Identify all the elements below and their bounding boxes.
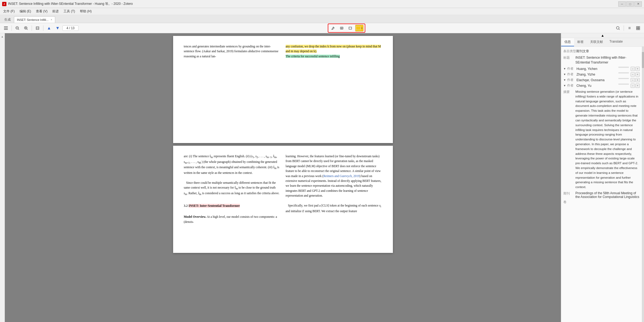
pdf-col-right-main: learning. However, the features learned … xyxy=(286,154,382,224)
right-scroll-thumb[interactable] xyxy=(642,52,644,68)
slider-track-2 xyxy=(618,78,629,79)
left-sidebar: ▲ xyxy=(0,33,5,322)
tab-related[interactable]: 关联文献 xyxy=(587,38,606,46)
pdf-para-1: are: (i) The sentence ŝm represents flue… xyxy=(184,154,280,175)
grid-view-button[interactable] xyxy=(634,25,642,32)
info-row-volume: 卷 xyxy=(563,200,640,204)
pdf-viewer[interactable]: tences and generates intermediate senten… xyxy=(5,33,561,322)
author-expand-0[interactable]: ▼ xyxy=(563,67,566,70)
sidebar-scroll-up[interactable]: ▲ xyxy=(0,34,5,39)
svg-rect-0 xyxy=(4,27,8,27)
author-row-1: ▼ 作者 Zhang, Yizhe − + xyxy=(563,72,640,77)
author-name-3: Cheng, Yu xyxy=(576,84,618,88)
separator-3 xyxy=(43,25,43,31)
type-value: 期刊文章 xyxy=(576,49,640,54)
search-button[interactable] xyxy=(614,25,622,32)
author-plus-1[interactable]: + xyxy=(635,72,640,77)
color-picker-button[interactable]: ▾ xyxy=(355,25,364,32)
author-minus-2[interactable]: − xyxy=(631,78,635,82)
pdf-text-right-yellow: any confusion, we drop the index k from … xyxy=(286,44,382,54)
rect-tool-button[interactable] xyxy=(347,25,354,32)
pdf-text-left-top: tences and generates intermediate senten… xyxy=(184,44,280,59)
color-dropdown-arrow: ▾ xyxy=(361,27,363,29)
tab-active[interactable]: INSET: Sentence Infilli... × xyxy=(14,16,55,23)
fit-page-button[interactable] xyxy=(34,25,41,32)
sidebar-toggle-button[interactable] xyxy=(2,25,10,32)
tab-info[interactable]: 信息 xyxy=(561,38,574,46)
app-icon: Z xyxy=(2,2,6,6)
svg-line-4 xyxy=(18,29,19,30)
author-minus-0[interactable]: − xyxy=(631,67,635,71)
journal-value: Proceedings of the 58th Annual Meeting o… xyxy=(575,191,640,199)
author-name-2: Elachqar, Oussama xyxy=(576,78,618,82)
info-row-type: 条目类型 期刊文章 xyxy=(563,49,640,54)
slider-track-0 xyxy=(618,67,629,68)
author-plus-0[interactable]: + xyxy=(635,67,640,71)
author-expand-1[interactable]: ▼ xyxy=(563,73,566,76)
title-label: 标题 xyxy=(563,55,575,60)
author-minus-3[interactable]: − xyxy=(631,84,635,88)
close-button[interactable]: ✕ xyxy=(634,1,642,7)
separator-4 xyxy=(624,25,624,31)
right-panel-scroll-up[interactable]: ▲ xyxy=(561,33,644,38)
zoom-in-button[interactable] xyxy=(22,25,30,32)
menu-help[interactable]: 帮助 (H) xyxy=(78,9,94,14)
pdf-col-left-main: are: (i) The sentence ŝm represents flue… xyxy=(184,154,280,224)
author-expand-3[interactable]: ▼ xyxy=(563,84,566,87)
separator-1 xyxy=(12,25,12,31)
pdf-col-left-top: tences and generates intermediate senten… xyxy=(184,44,280,59)
menu-view[interactable]: 查看 (V) xyxy=(34,9,50,14)
abstract-text: Missing sentence generation (or sentence… xyxy=(575,89,640,190)
author-expand-2[interactable]: ▼ xyxy=(563,78,566,81)
citation-link-reimers[interactable]: Reimers and Gurevych, 2019 xyxy=(323,174,360,178)
volume-label: 卷 xyxy=(563,200,575,204)
slider-track-3 xyxy=(618,84,629,85)
outline-view-button[interactable]: ≡ xyxy=(626,25,633,32)
right-panel-inner: 条目类型 期刊文章 标题 INSET: Sentence Infilling w… xyxy=(561,47,644,322)
pdf-page-main: are: (i) The sentence ŝm represents flue… xyxy=(173,146,393,253)
svg-rect-13 xyxy=(340,27,343,29)
menu-forward[interactable]: 前进 xyxy=(50,9,61,14)
right-scrollbar[interactable] xyxy=(642,47,644,322)
pdf-para-model: Model Overview. At a high level, our mod… xyxy=(184,214,280,224)
menu-file[interactable]: 文件 (F) xyxy=(1,9,17,14)
svg-rect-16 xyxy=(349,27,352,29)
author-plus-3[interactable]: + xyxy=(635,84,640,88)
note-tool-button[interactable] xyxy=(338,25,345,32)
zoom-out-button[interactable] xyxy=(14,25,21,32)
author-controls-1: − + xyxy=(618,72,640,77)
abstract-label: 摘要 xyxy=(563,89,575,94)
maximize-button[interactable]: □ xyxy=(626,1,634,7)
tab-translate[interactable]: Translate xyxy=(606,38,626,46)
main-area: ▲ tences and generates intermediate sent… xyxy=(0,33,644,322)
right-panel-content: 条目类型 期刊文章 标题 INSET: Sentence Infilling w… xyxy=(561,47,642,322)
color-swatch xyxy=(356,26,361,30)
prev-page-button[interactable]: ▲ xyxy=(45,25,53,32)
tab-tags[interactable]: 标签 xyxy=(574,38,587,46)
window-controls[interactable]: ─ □ ✕ xyxy=(618,1,642,7)
tab-label: INSET: Sentence Infilli... xyxy=(17,18,49,21)
journal-label: 期刊 xyxy=(563,191,575,199)
author-minus-1[interactable]: − xyxy=(631,72,635,77)
author-name-0: Huang, Yichen xyxy=(576,67,618,71)
author-plus-2[interactable]: + xyxy=(635,78,640,82)
pen-tool-button[interactable] xyxy=(329,25,337,32)
svg-rect-22 xyxy=(638,28,640,30)
info-row-abstract: 摘要 Missing sentence generation (or sente… xyxy=(563,89,640,190)
tab-close-button[interactable]: × xyxy=(51,18,52,21)
minimize-button[interactable]: ─ xyxy=(618,1,626,7)
svg-line-7 xyxy=(27,29,28,30)
pdf-para-right-1: learning. However, the features learned … xyxy=(286,154,382,198)
author-controls-2: − + xyxy=(618,78,640,82)
tab-generate[interactable]: 生成 xyxy=(1,16,14,23)
window-title: INSET: Sentence Infilling with INter-SEn… xyxy=(8,2,133,6)
right-panel: ▲ 信息 标签 关联文献 Translate 条目类型 期刊文章 标题 INSE… xyxy=(561,33,644,322)
menu-edit[interactable]: 编辑 (E) xyxy=(17,9,33,14)
svg-rect-19 xyxy=(636,27,638,28)
info-row-title: 标题 INSET: Sentence Infilling with INter-… xyxy=(563,55,640,65)
next-page-button[interactable]: ▼ xyxy=(54,25,61,32)
svg-line-18 xyxy=(619,29,620,30)
menu-tools[interactable]: 工具 (T) xyxy=(61,9,77,14)
author-label-1: 作者 xyxy=(567,72,576,77)
menu-bar: 文件 (F) 编辑 (E) 查看 (V) 前进 工具 (T) 帮助 (H) xyxy=(0,8,644,15)
